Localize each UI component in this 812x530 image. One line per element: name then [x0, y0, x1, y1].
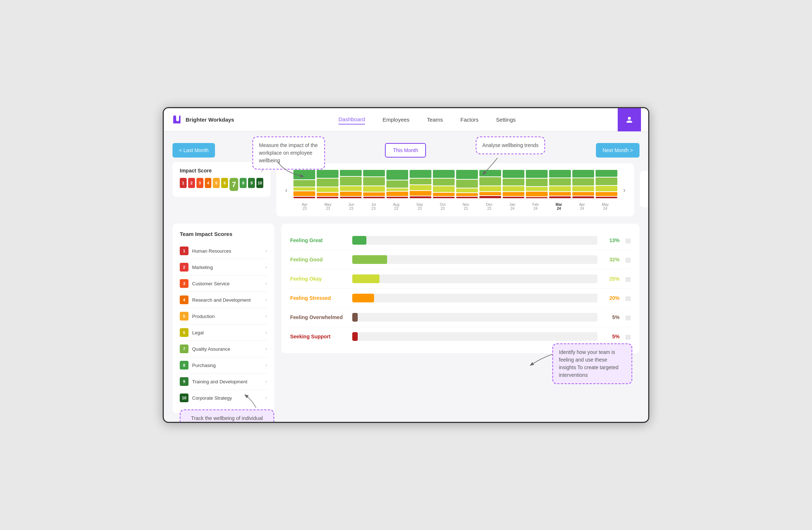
chart-month-label: May24: [602, 203, 609, 211]
bar-segment: [363, 177, 385, 186]
top-section: < Last Month Measure the impact of the w…: [172, 140, 640, 216]
team-chevron-icon: ›: [265, 363, 267, 368]
chart-month-label: Feb24: [532, 203, 539, 211]
team-name: Customer Service: [192, 281, 265, 286]
chart-bar-col: [526, 169, 548, 198]
tooltip-identify-container: Identify how your team is feeling and us…: [552, 343, 632, 384]
chart-bar-col: [572, 169, 594, 198]
score-cell-10: 10: [256, 178, 263, 188]
bar-segment: [433, 186, 455, 192]
arrow-identify: [527, 351, 556, 372]
nav-teams[interactable]: Teams: [427, 115, 443, 124]
team-badge: 8: [180, 361, 188, 370]
bar-segment: [293, 180, 315, 187]
nav-settings[interactable]: Settings: [496, 115, 516, 124]
score-cell-7: 7: [230, 178, 238, 191]
wellbeing-row: Feeling Stressed 20% ▤: [290, 289, 631, 308]
chart-bar-col: [386, 169, 408, 198]
main-content: < Last Month Measure the impact of the w…: [164, 131, 648, 422]
team-chevron-icon: ›: [265, 346, 267, 351]
bar-segment: [456, 180, 478, 188]
team-list-item[interactable]: 3 Customer Service ›: [180, 276, 267, 292]
chart-month-label: Apr24: [579, 203, 585, 211]
next-month-button[interactable]: Next Month >: [596, 143, 640, 158]
team-badge: 9: [180, 377, 188, 386]
chart-section: ‹ Apr23May23Jun23Jul23Aug23Sep23Oct23Nov…: [276, 163, 634, 216]
arrow-analyse: [476, 156, 505, 178]
nav-factors[interactable]: Factors: [460, 115, 479, 124]
bar-segment: [317, 170, 338, 178]
team-badge: 3: [180, 279, 188, 288]
bar-segment: [363, 186, 385, 192]
chart-next-button[interactable]: ›: [622, 184, 627, 196]
score-cell-5: 5: [213, 178, 220, 188]
team-list-item[interactable]: 5 Production ›: [180, 308, 267, 325]
wellbeing-chart-icon[interactable]: ▤: [625, 333, 631, 340]
chart-month-label: Mar24: [556, 203, 562, 211]
wellbeing-bar-container: [352, 274, 597, 283]
bar-segment: [317, 187, 338, 192]
chart-bar-col: [596, 169, 617, 198]
nav-dashboard[interactable]: Dashboard: [338, 115, 365, 125]
team-badge: 10: [180, 394, 188, 402]
bar-segment: [596, 170, 617, 177]
bar-segment: [549, 196, 571, 198]
score-cell-2: 2: [188, 178, 195, 188]
wellbeing-row: Feeling Okay 25% ▤: [290, 269, 631, 289]
bar-segment: [386, 188, 408, 191]
team-list-item[interactable]: 8 Purchasing ›: [180, 357, 267, 374]
team-list-item[interactable]: 1 Human Resources ›: [180, 243, 267, 259]
last-month-button[interactable]: < Last Month: [172, 143, 215, 158]
chart-month-label: Jul23: [371, 203, 376, 211]
wellbeing-bar-container: [352, 294, 597, 302]
wellbeing-chart-icon[interactable]: ▤: [625, 256, 631, 263]
chart-prev-button[interactable]: ‹: [284, 184, 289, 196]
bar-segment: [549, 178, 571, 186]
team-list-item[interactable]: 6 Legal ›: [180, 325, 267, 341]
nav-employees[interactable]: Employees: [382, 115, 409, 124]
wellbeing-chart-icon[interactable]: ▤: [625, 276, 631, 282]
team-list-item[interactable]: 9 Training and Development ›: [180, 374, 267, 390]
wellbeing-bar-container: [352, 236, 597, 245]
bar-segment: [479, 186, 501, 192]
wellbeing-bar-fill: [352, 294, 374, 302]
team-name: Training and Development: [192, 379, 265, 384]
score-cell-4: 4: [205, 178, 212, 188]
team-list-item[interactable]: 2 Marketing ›: [180, 259, 267, 276]
wellbeing-label: Feeling Overwhelmed: [290, 314, 346, 320]
team-badge: 6: [180, 328, 188, 337]
team-list: 1 Human Resources › 2 Marketing › 3 Cust…: [180, 243, 267, 406]
wellbeing-pct: 5%: [603, 314, 620, 320]
bar-segment: [317, 197, 338, 198]
wellbeing-bar-container: [352, 255, 597, 264]
team-badge: 7: [180, 344, 188, 353]
user-avatar-button[interactable]: [618, 108, 641, 131]
wellbeing-chart-icon[interactable]: ▤: [625, 237, 631, 244]
bar-segment: [410, 191, 431, 196]
team-name: Quality Assurance: [192, 346, 265, 352]
bar-segment: [572, 186, 594, 191]
team-chevron-icon: ›: [265, 265, 267, 270]
bar-segment: [433, 179, 455, 186]
this-month-button[interactable]: This Month: [385, 143, 426, 158]
team-list-item[interactable]: 4 Research and Development ›: [180, 292, 267, 308]
wellbeing-bar-fill: [352, 255, 387, 264]
arrow-track: [238, 391, 267, 409]
chart-bar-col: [549, 169, 571, 198]
chart-month-label: Oct23: [440, 203, 446, 211]
bar-segment: [456, 197, 478, 198]
chart-month-label: Sep23: [417, 203, 423, 211]
chart-month-label: Apr23: [302, 203, 308, 211]
team-list-item[interactable]: 7 Quality Assurance ›: [180, 341, 267, 357]
tooltip-track-container: Track the wellbeing of individual teams: [180, 409, 274, 423]
wellbeing-row: Feeling Great 13% ▤: [290, 231, 631, 250]
wellbeing-label: Seeking Support: [290, 334, 346, 339]
bar-segment: [293, 197, 315, 198]
bar-segment: [526, 170, 548, 178]
tooltip-measure-container: Measure the impact of the workplace on e…: [252, 136, 325, 170]
chart-bar-group: [293, 169, 617, 198]
wellbeing-box: Feeling Great 13% ▤ Feeling Good 32% ▤ F…: [281, 224, 640, 353]
bar-segment: [340, 177, 362, 186]
wellbeing-chart-icon[interactable]: ▤: [625, 295, 631, 302]
wellbeing-chart-icon[interactable]: ▤: [625, 314, 631, 321]
